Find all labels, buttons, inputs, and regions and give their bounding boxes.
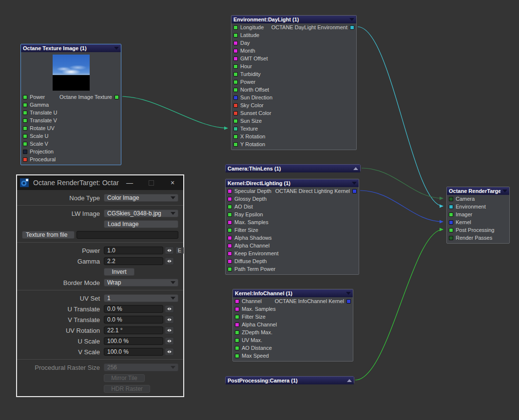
- input-port[interactable]: [228, 205, 232, 209]
- collapse-up-icon[interactable]: [347, 379, 352, 382]
- input-port[interactable]: [233, 142, 238, 147]
- texture-from-file-button[interactable]: Texture from file: [22, 231, 75, 239]
- power-envelope-button[interactable]: E: [175, 247, 184, 254]
- node-thinlens[interactable]: Camera:ThinLens (1): [225, 164, 361, 172]
- u-translate-input[interactable]: 0.0 %: [104, 305, 163, 313]
- input-port[interactable]: [235, 323, 239, 327]
- input-port[interactable]: [233, 49, 238, 53]
- input-port[interactable]: [228, 259, 232, 264]
- input-port[interactable]: [235, 315, 239, 319]
- node-postprocessing[interactable]: PostProcessing:Camera (1): [225, 376, 354, 384]
- input-port[interactable]: [233, 72, 238, 76]
- input-port[interactable]: [228, 228, 232, 232]
- border-mode-dropdown[interactable]: Wrap: [104, 279, 178, 286]
- input-port[interactable]: [23, 118, 27, 123]
- input-port[interactable]: [23, 111, 27, 115]
- connection-wire-thinlens-to-rendertarget[interactable]: [362, 168, 443, 198]
- uv-set-dropdown[interactable]: 1: [104, 294, 178, 302]
- input-port[interactable]: [233, 127, 238, 131]
- node-rendertarget[interactable]: Octane RenderTargetCameraEnvironmentImag…: [446, 187, 510, 244]
- input-port[interactable]: [449, 228, 453, 232]
- u-translate-stepper[interactable]: [165, 305, 174, 313]
- input-port[interactable]: [228, 220, 232, 225]
- input-port[interactable]: [233, 111, 238, 115]
- node-title-bar[interactable]: Environment:DayLight (1): [231, 16, 356, 23]
- input-port[interactable]: [233, 103, 238, 108]
- node-directlighting[interactable]: Kernel:DirectLighting (1)Specular DepthG…: [225, 179, 359, 275]
- input-port[interactable]: [23, 134, 27, 138]
- node-title-bar[interactable]: Octane RenderTarget: [447, 187, 509, 195]
- collapse-down-icon[interactable]: [346, 292, 351, 295]
- input-port[interactable]: [233, 33, 238, 38]
- connection-wire-texture-image-to-daylight[interactable]: [122, 96, 228, 128]
- input-port[interactable]: [228, 244, 232, 248]
- v-scale-stepper[interactable]: [165, 348, 174, 356]
- input-port[interactable]: [235, 307, 239, 311]
- connection-wire-directlighting-to-rendertarget[interactable]: [360, 191, 443, 222]
- input-port[interactable]: [23, 157, 27, 162]
- input-port[interactable]: [23, 150, 27, 154]
- input-port[interactable]: [233, 80, 238, 84]
- input-port[interactable]: [228, 251, 232, 256]
- node-daylight[interactable]: Environment:DayLight (1)LongitudeLatitud…: [231, 15, 357, 150]
- node-title-bar[interactable]: PostProcessing:Camera (1): [226, 377, 354, 384]
- collapse-up-icon[interactable]: [353, 167, 358, 170]
- input-port[interactable]: [235, 354, 239, 358]
- output-port[interactable]: [115, 95, 119, 99]
- input-port[interactable]: [449, 236, 453, 240]
- output-port[interactable]: [350, 25, 354, 30]
- minimize-button[interactable]: —: [119, 175, 140, 190]
- input-port[interactable]: [233, 57, 238, 61]
- input-port[interactable]: [449, 205, 453, 209]
- input-port[interactable]: [235, 299, 239, 304]
- input-port[interactable]: [233, 134, 238, 139]
- input-port[interactable]: [235, 330, 239, 335]
- collapse-down-icon[interactable]: [114, 47, 119, 50]
- gamma-input[interactable]: 2.2: [104, 257, 163, 265]
- load-image-button[interactable]: Load Image: [104, 220, 178, 228]
- input-port[interactable]: [23, 126, 27, 131]
- node-type-dropdown[interactable]: Color Image: [104, 194, 178, 202]
- input-port[interactable]: [228, 236, 232, 240]
- input-port[interactable]: [228, 197, 232, 201]
- input-port[interactable]: [449, 212, 453, 217]
- node-title-bar[interactable]: Kernel:DirectLighting (1): [226, 179, 359, 187]
- input-port[interactable]: [233, 25, 238, 30]
- node-title-bar[interactable]: Camera:ThinLens (1): [226, 165, 360, 172]
- connection-wire-daylight-to-rendertarget[interactable]: [358, 27, 443, 206]
- input-port[interactable]: [228, 189, 232, 193]
- input-port[interactable]: [228, 212, 232, 217]
- node-title-bar[interactable]: Kernel:InfoChannel (1): [233, 289, 353, 297]
- node-title-bar[interactable]: Octane Texture Image (1): [21, 44, 121, 52]
- texture-file-field[interactable]: [77, 231, 178, 239]
- input-port[interactable]: [449, 220, 453, 225]
- u-scale-input[interactable]: 100.0 %: [104, 337, 163, 345]
- input-port[interactable]: [233, 119, 238, 123]
- invert-button[interactable]: Invert: [104, 268, 135, 276]
- output-port[interactable]: [352, 189, 357, 193]
- input-port[interactable]: [23, 142, 27, 146]
- collapse-down-icon[interactable]: [349, 18, 354, 21]
- input-port[interactable]: [233, 95, 238, 100]
- input-port[interactable]: [23, 103, 27, 107]
- power-input[interactable]: 1.0: [104, 247, 163, 254]
- output-port[interactable]: [346, 299, 351, 304]
- v-scale-input[interactable]: 100.0 %: [104, 348, 163, 356]
- u-scale-stepper[interactable]: [165, 337, 174, 345]
- power-stepper[interactable]: [165, 247, 174, 254]
- collapse-down-icon[interactable]: [502, 190, 507, 192]
- input-port[interactable]: [228, 267, 232, 271]
- uv-rotation-stepper[interactable]: [165, 326, 174, 334]
- input-port[interactable]: [233, 88, 238, 92]
- input-port[interactable]: [233, 41, 238, 45]
- gamma-stepper[interactable]: [165, 257, 174, 265]
- input-port[interactable]: [233, 64, 238, 69]
- node-texture-image[interactable]: Octane Texture Image (1)PowerGammaTransl…: [20, 44, 121, 165]
- node-infochannel[interactable]: Kernel:InfoChannel (1)ChannelMax. Sample…: [232, 289, 353, 362]
- dialog-title-bar[interactable]: Octane RenderTarget: Octane T... — ×: [17, 175, 183, 190]
- v-translate-stepper[interactable]: [165, 316, 174, 324]
- connection-wire-postprocessing-to-rendertarget[interactable]: [355, 229, 443, 380]
- uv-rotation-input[interactable]: 22.1 °: [104, 326, 163, 334]
- collapse-down-icon[interactable]: [352, 182, 357, 185]
- close-button[interactable]: ×: [162, 175, 183, 190]
